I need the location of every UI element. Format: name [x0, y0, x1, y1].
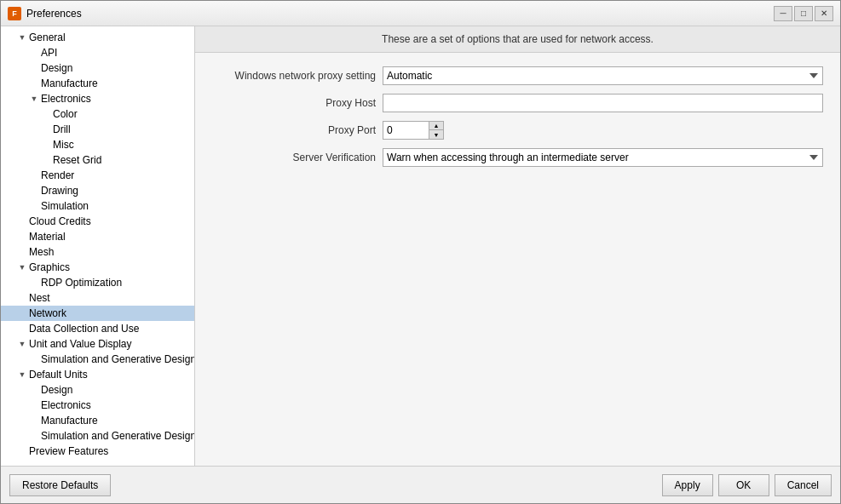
expander-simulation	[28, 200, 40, 212]
sidebar-item-rdp-optimization[interactable]: RDP Optimization	[1, 275, 194, 290]
sidebar-label-sim-gen-2: Simulation and Generative Design	[41, 430, 195, 442]
sidebar-item-electronics2[interactable]: Electronics	[1, 398, 194, 413]
minimize-button[interactable]: ─	[774, 6, 792, 21]
proxy-port-down-button[interactable]: ▼	[429, 130, 443, 139]
sidebar-label-unit-value: Unit and Value Display	[29, 338, 132, 350]
sidebar-label-mesh: Mesh	[29, 246, 54, 258]
server-verification-select[interactable]: Warn when accessing through an intermedi…	[383, 148, 823, 167]
restore-defaults-button[interactable]: Restore Defaults	[9, 474, 111, 496]
window-controls: ─ □ ✕	[774, 6, 833, 21]
sidebar-item-render[interactable]: Render	[1, 168, 194, 183]
apply-button[interactable]: Apply	[662, 474, 713, 496]
sidebar-item-mesh[interactable]: Mesh	[1, 244, 194, 260]
expander-default-units: ▼	[16, 369, 28, 381]
expander-general: ▼	[16, 32, 28, 43]
proxy-setting-select[interactable]: Automatic Manual None	[383, 66, 823, 85]
expander-data-collection	[16, 323, 28, 335]
sidebar-item-sim-gen-2[interactable]: Simulation and Generative Design	[1, 428, 194, 444]
proxy-port-wrap: ▲ ▼	[383, 121, 442, 140]
proxy-port-control: ▲ ▼	[383, 121, 823, 140]
footer-right: Apply OK Cancel	[662, 474, 832, 496]
sidebar-item-drawing[interactable]: Drawing	[1, 183, 194, 198]
sidebar-item-default-units[interactable]: ▼ Default Units	[1, 367, 194, 382]
sidebar-label-cloud-credits: Cloud Credits	[29, 215, 91, 227]
proxy-port-input[interactable]	[383, 121, 429, 140]
proxy-setting-label: Windows network proxy setting	[212, 70, 383, 82]
panel-header: These are a set of options that are used…	[195, 26, 840, 53]
sidebar-item-simulation[interactable]: Simulation	[1, 198, 194, 214]
proxy-setting-row: Windows network proxy setting Automatic …	[212, 66, 823, 85]
sidebar-item-cloud-credits[interactable]: Cloud Credits	[1, 214, 194, 229]
sidebar-item-design2[interactable]: Design	[1, 382, 194, 398]
expander-api	[28, 47, 40, 59]
footer-left: Restore Defaults	[9, 474, 111, 496]
sidebar-label-sim-gen-1: Simulation and Generative Design	[41, 353, 195, 365]
sidebar-label-simulation: Simulation	[41, 200, 89, 212]
expander-manufacture2	[28, 415, 40, 427]
expander-color	[40, 108, 52, 120]
close-button[interactable]: ✕	[815, 6, 833, 21]
expander-material	[16, 231, 28, 243]
sidebar-label-electronics2: Electronics	[41, 399, 91, 411]
sidebar-label-graphics: Graphics	[29, 261, 70, 273]
sidebar-item-design[interactable]: Design	[1, 60, 194, 76]
expander-design	[28, 62, 40, 74]
expander-graphics: ▼	[16, 261, 28, 273]
main-panel: These are a set of options that are used…	[195, 26, 840, 466]
sidebar-label-general: General	[29, 32, 66, 43]
sidebar-label-drill: Drill	[53, 123, 71, 135]
sidebar-item-nest[interactable]: Nest	[1, 290, 194, 306]
expander-render	[28, 169, 40, 181]
sidebar-item-manufacture[interactable]: Manufacture	[1, 76, 194, 91]
sidebar-label-drawing: Drawing	[41, 185, 78, 197]
sidebar-label-design2: Design	[41, 384, 72, 396]
expander-electronics2	[28, 399, 40, 411]
server-verification-row: Server Verification Warn when accessing …	[212, 148, 823, 167]
sidebar-item-network[interactable]: Network	[1, 306, 194, 321]
proxy-host-label: Proxy Host	[212, 97, 383, 109]
sidebar-item-material[interactable]: Material	[1, 229, 194, 244]
sidebar-item-graphics[interactable]: ▼ Graphics	[1, 260, 194, 275]
content-area: ▼ General API Design Manufacture ▼ Elect…	[1, 26, 840, 466]
expander-misc	[40, 139, 52, 151]
title-bar: F Preferences ─ □ ✕	[1, 1, 840, 26]
sidebar-label-material: Material	[29, 231, 66, 243]
proxy-host-input[interactable]	[383, 94, 823, 112]
sidebar-item-electronics[interactable]: ▼ Electronics	[1, 91, 194, 106]
sidebar-label-rdp: RDP Optimization	[41, 277, 122, 289]
sidebar-label-preview: Preview Features	[29, 445, 108, 457]
sidebar-item-manufacture2[interactable]: Manufacture	[1, 413, 194, 428]
sidebar-label-render: Render	[41, 169, 74, 181]
sidebar-label-api: API	[41, 47, 57, 59]
expander-unit-value: ▼	[16, 338, 28, 350]
expander-sim-gen-2	[28, 430, 40, 442]
sidebar-item-misc[interactable]: Misc	[1, 137, 194, 152]
sidebar-item-preview-features[interactable]: Preview Features	[1, 444, 194, 459]
proxy-setting-control: Automatic Manual None	[383, 66, 823, 85]
expander-electronics: ▼	[28, 93, 40, 105]
sidebar-item-reset-grid[interactable]: Reset Grid	[1, 152, 194, 168]
expander-network	[16, 307, 28, 319]
expander-sim-gen-1	[28, 353, 40, 365]
sidebar-label-data-collection: Data Collection and Use	[29, 323, 139, 335]
sidebar-item-drill[interactable]: Drill	[1, 122, 194, 137]
app-icon: F	[8, 7, 21, 20]
expander-cloud-credits	[16, 215, 28, 227]
proxy-port-up-button[interactable]: ▲	[429, 122, 443, 130]
ok-button[interactable]: OK	[718, 474, 769, 496]
cancel-button[interactable]: Cancel	[775, 474, 832, 496]
sidebar-item-unit-value[interactable]: ▼ Unit and Value Display	[1, 336, 194, 352]
expander-reset-grid	[40, 154, 52, 166]
sidebar-label-manufacture2: Manufacture	[41, 415, 98, 427]
sidebar-item-color[interactable]: Color	[1, 106, 194, 122]
proxy-host-control	[383, 94, 823, 112]
panel-description: These are a set of options that are used…	[382, 33, 654, 45]
sidebar-item-data-collection[interactable]: Data Collection and Use	[1, 321, 194, 336]
sidebar-item-sim-gen-1[interactable]: Simulation and Generative Design	[1, 352, 194, 367]
sidebar-item-api[interactable]: API	[1, 45, 194, 60]
sidebar-label-misc: Misc	[53, 139, 74, 151]
sidebar-item-general[interactable]: ▼ General	[1, 30, 194, 45]
sidebar-tree: ▼ General API Design Manufacture ▼ Elect…	[1, 26, 195, 466]
maximize-button[interactable]: □	[794, 6, 813, 21]
expander-preview	[16, 445, 28, 457]
